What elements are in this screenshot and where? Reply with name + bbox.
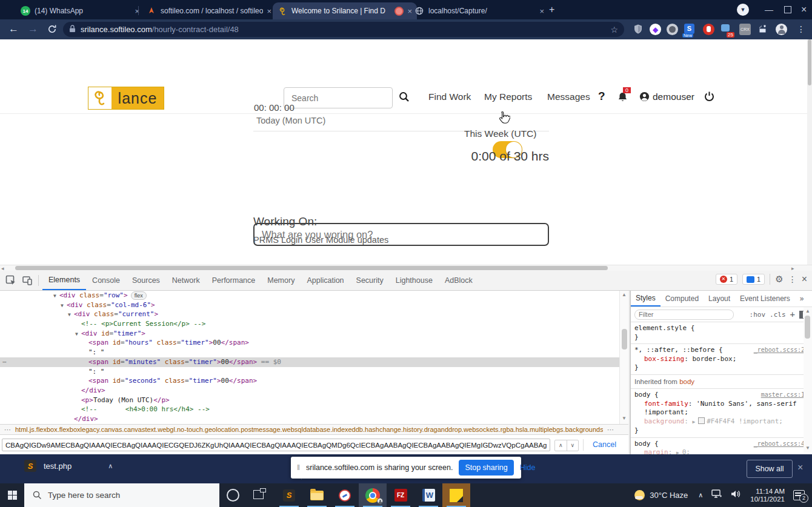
rule-source-link[interactable]: _reboot.scss:47	[754, 440, 808, 449]
srilance-logo[interactable]: lance	[88, 87, 164, 110]
tab-srilance-active[interactable]: Welcome to Srilance | Find D ×	[273, 2, 417, 19]
inspect-element-icon[interactable]	[5, 275, 16, 286]
find-next-icon[interactable]: ∨	[567, 440, 579, 451]
ext-purple-icon[interactable]: ◆	[650, 24, 661, 35]
styles-pane-tab-computed[interactable]: Computed	[661, 291, 704, 307]
page-horizontal-scrollbar[interactable]: ◂ ▸	[0, 265, 812, 271]
styles-pane-tab--[interactable]: »	[795, 291, 809, 307]
scroll-up-icon[interactable]: ▲	[622, 292, 627, 297]
overflow-ellipsis-icon[interactable]: ⋯	[607, 426, 614, 434]
css-property[interactable]: box-sizing: border-box;	[634, 355, 808, 364]
devtools-close-icon[interactable]: ×	[802, 274, 807, 285]
dom-tree-line[interactable]: ▼<div class="col-md-6">	[0, 300, 619, 310]
rule-source-link[interactable]: master.css:16	[761, 391, 808, 400]
flex-badge[interactable]: flex	[131, 291, 147, 300]
scrollbar-thumb[interactable]	[805, 316, 810, 339]
task-view-icon[interactable]	[253, 490, 264, 499]
devtools-tab-console[interactable]: Console	[86, 271, 126, 290]
ext-weather-icon[interactable]: 25	[720, 24, 731, 35]
close-tab-icon[interactable]: ×	[539, 7, 544, 16]
forward-button[interactable]: →	[28, 24, 38, 34]
scroll-down-icon[interactable]: ▼	[622, 416, 627, 421]
dom-tree-line[interactable]: ⋯<span id="minutes" class="timer">00</sp…	[0, 357, 619, 367]
scrollbar-thumb[interactable]	[808, 39, 811, 85]
taskbar-app-chrome[interactable]	[359, 483, 387, 507]
weather-icon[interactable]	[634, 490, 645, 500]
bookmark-star-icon[interactable]: ☆	[610, 25, 618, 35]
new-style-rule-button[interactable]: +	[790, 310, 795, 319]
devtools-tab-performance[interactable]: Performance	[206, 271, 262, 290]
tray-expand-icon[interactable]: ∧	[698, 491, 703, 499]
expand-arrow-icon[interactable]: ▶	[692, 419, 698, 425]
issues-counter[interactable]: 1	[742, 274, 765, 285]
dom-tree-line[interactable]: ▼<div class="row">flex	[0, 291, 619, 300]
color-swatch[interactable]	[698, 417, 705, 424]
devtools-tab-application[interactable]: Application	[301, 271, 350, 290]
dom-tree-line[interactable]: ": "	[0, 348, 619, 357]
stop-sharing-button[interactable]: Stop sharing	[459, 460, 513, 476]
network-icon[interactable]	[711, 489, 722, 501]
notification-bell-icon[interactable]: 0	[617, 91, 628, 105]
ext-dark-circle-icon[interactable]	[667, 24, 678, 35]
devtools-tab-memory[interactable]: Memory	[261, 271, 301, 290]
download-chevron-icon[interactable]: ∧	[108, 462, 113, 470]
show-all-downloads-button[interactable]: Show all	[747, 460, 793, 478]
dom-tree-line[interactable]: ": "	[0, 367, 619, 377]
help-icon[interactable]: ?	[598, 90, 605, 103]
scrollbar-thumb[interactable]	[15, 266, 608, 270]
volume-icon[interactable]	[731, 489, 741, 501]
devtools-tab-sources[interactable]: Sources	[126, 271, 166, 290]
twisty-icon[interactable]: ▼	[68, 310, 74, 320]
ext-red-icon[interactable]	[703, 24, 714, 35]
dom-tree-line[interactable]: </div>	[0, 414, 619, 424]
nav-my-reports[interactable]: My Reports	[484, 91, 532, 102]
hov-toggle[interactable]: :hov	[750, 311, 766, 319]
devtools-tab-network[interactable]: Network	[166, 271, 206, 290]
dom-tree-line[interactable]: <span id="hours" class="timer">00</span>	[0, 338, 619, 348]
styles-pane-tab-layout[interactable]: Layout	[704, 291, 735, 307]
twisty-icon[interactable]: ▼	[61, 301, 67, 311]
rule-selector[interactable]: element.style {	[634, 324, 808, 333]
dom-tree-line[interactable]: <p>Today (Mon UTC)</p>	[0, 396, 619, 405]
close-window-button[interactable]: ×	[801, 4, 807, 15]
nav-find-work[interactable]: Find Work	[428, 91, 471, 102]
weather-label[interactable]: 30°C Haze	[650, 491, 688, 500]
user-icon[interactable]	[639, 91, 650, 104]
address-bar[interactable]: srilance.softileo.com/hourly-contract-de…	[63, 22, 624, 37]
tab-softileo[interactable]: softileo.com / localhost / softileo ×	[142, 2, 276, 19]
back-button[interactable]: ←	[8, 24, 19, 34]
error-counter[interactable]: ✕1	[716, 274, 737, 285]
page-vertical-scrollbar[interactable]	[807, 39, 812, 265]
dom-tree-line[interactable]: <!-- <h4>0:00 hrs</h4> -->	[0, 405, 619, 414]
styles-filter-input[interactable]	[634, 310, 734, 320]
nav-messages[interactable]: Messages	[547, 91, 590, 102]
devtools-menu-kebab-icon[interactable]: ⋮	[788, 274, 797, 284]
taskbar-app-word[interactable]: W	[414, 483, 442, 507]
minimize-window-button[interactable]: —	[765, 5, 773, 15]
dom-breadcrumb[interactable]: html.js.flexbox.flexboxlegacy.canvas.can…	[15, 426, 603, 433]
scrollbar-thumb[interactable]	[622, 329, 627, 350]
devtools-tab-elements[interactable]: Elements	[42, 271, 86, 290]
maximize-window-button[interactable]	[784, 6, 791, 13]
dom-tree-line[interactable]: <span id="seconds" class="timer">00</spa…	[0, 376, 619, 386]
css-property[interactable]: font-family: 'Nunito Sans', sans-serif !…	[634, 400, 808, 417]
styles-pane-tab-event-listeners[interactable]: Event Listeners	[735, 291, 795, 307]
devtools-tab-security[interactable]: Security	[350, 271, 390, 290]
start-button[interactable]	[0, 483, 24, 507]
ext-shield-icon[interactable]	[633, 24, 644, 35]
elements-scrollbar[interactable]: ▲ ▼	[619, 291, 628, 424]
ext-crx-icon[interactable]: CRX	[739, 24, 751, 35]
taskbar-clock[interactable]: 11:14 AM 10/11/2021	[750, 488, 785, 503]
rule-source-link[interactable]: _reboot.scss:22	[754, 346, 808, 355]
dom-tree-line[interactable]: ▼<div class="current">	[0, 310, 619, 319]
devtools-tab-adblock[interactable]: AdBlock	[439, 271, 479, 290]
scroll-up-icon[interactable]: ▲	[805, 308, 810, 314]
devtools-settings-icon[interactable]: ⚙	[775, 274, 783, 285]
rule-selector[interactable]: body {	[634, 391, 761, 400]
find-input[interactable]	[2, 439, 550, 451]
download-bar-close-icon[interactable]: ×	[797, 462, 803, 473]
styles-pane-tab-styles[interactable]: Styles	[631, 291, 661, 307]
new-tab-button[interactable]: +	[549, 4, 554, 15]
twisty-icon[interactable]: ▼	[75, 330, 81, 339]
dom-tree-line[interactable]: <!-- <p>Current Session</p> -->	[0, 319, 619, 329]
